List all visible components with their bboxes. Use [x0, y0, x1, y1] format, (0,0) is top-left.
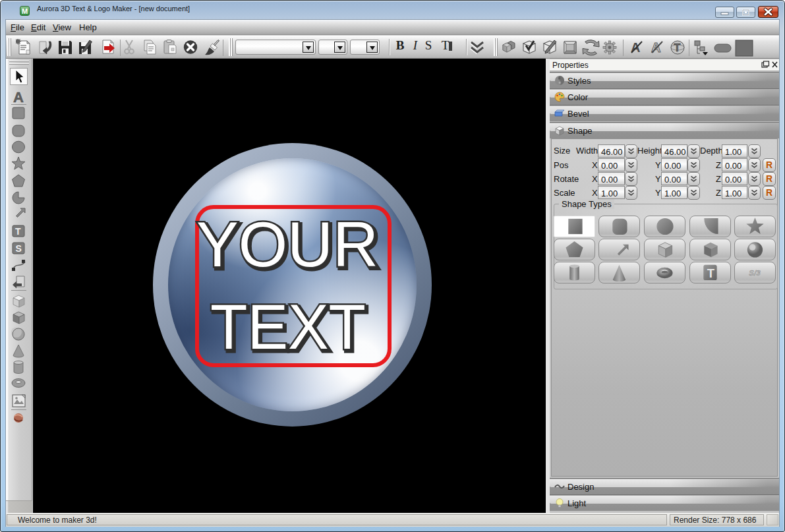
- svg-text:S/3: S/3: [749, 268, 761, 277]
- svg-text:T: T: [707, 266, 715, 280]
- svg-text:T: T: [674, 42, 681, 53]
- svg-text:YOUR: YOUR: [196, 209, 378, 280]
- svg-text:TEXT: TEXT: [210, 291, 366, 362]
- svg-text:S: S: [16, 243, 22, 254]
- svg-text:T: T: [15, 226, 21, 237]
- svg-text:A: A: [13, 89, 24, 105]
